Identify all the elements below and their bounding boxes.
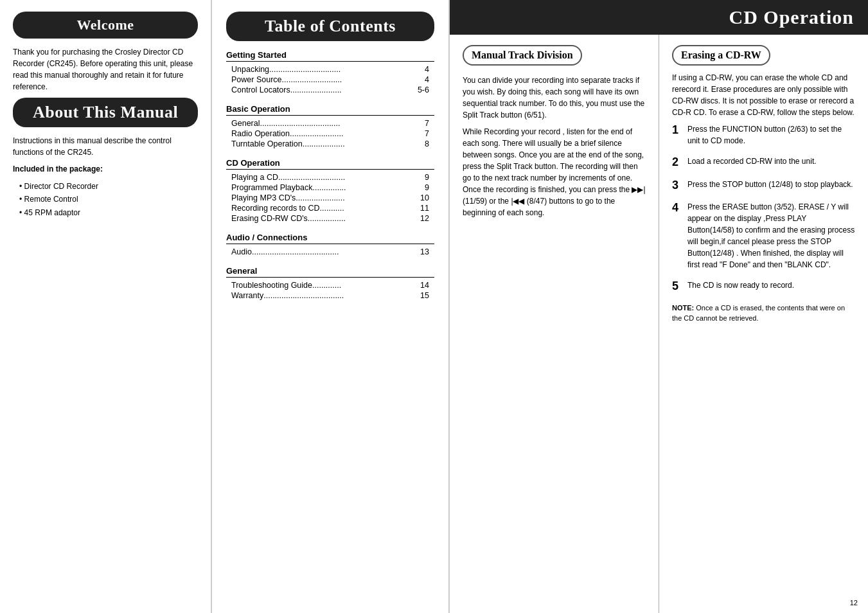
- welcome-banner: Welcome: [13, 12, 198, 39]
- toc-row-warranty: Warranty ...............................…: [226, 290, 434, 301]
- toc-page-num: 10: [416, 193, 429, 202]
- note-label: NOTE:: [672, 304, 694, 312]
- step-text-5: The CD is now ready to record.: [687, 280, 855, 294]
- included-item-1: Director CD Recorder: [19, 180, 198, 193]
- about-banner: About This Manual: [13, 98, 198, 127]
- note-content: Once a CD is erased, the contents that w…: [672, 304, 845, 323]
- toc-item-label: Control Locators: [231, 85, 290, 94]
- toc-dots: ...............: [312, 183, 416, 192]
- toc-page-num: 13: [416, 247, 429, 256]
- erasing-title: Erasing a CD-RW: [672, 45, 770, 66]
- toc-dots: ...........: [320, 204, 416, 213]
- toc-item-label: Unpacking: [231, 65, 269, 74]
- toc-page-num: 4: [416, 75, 429, 84]
- step-text-3: Press the STOP button (12/48) to stop pl…: [687, 179, 855, 193]
- toc-page-num: 14: [416, 281, 429, 290]
- toc-item-label: General: [231, 119, 260, 128]
- step-text-4: Press the ERASE button (3/52). ERASE / Y…: [687, 201, 855, 271]
- toc-dots: .............: [312, 281, 416, 290]
- left-column: Welcome Thank you for purchasing the Cro…: [0, 0, 212, 613]
- right-column: CD Operation Manual Track Division You c…: [450, 0, 868, 613]
- toc-row-troubleshooting: Troubleshooting Guide ............. 14: [226, 280, 434, 290]
- toc-page-num: 7: [416, 129, 429, 138]
- erasing-intro: If using a CD-RW, you can erase the whol…: [672, 72, 855, 118]
- included-item-2: Remote Control: [19, 193, 198, 206]
- toc-row-power-source: Power Source ...........................…: [226, 75, 434, 85]
- toc-item-label: Audio: [231, 247, 252, 256]
- toc-page-num: 8: [416, 139, 429, 148]
- toc-page-num: 12: [416, 214, 429, 223]
- page-number: 12: [850, 599, 858, 607]
- about-body-text: Instructions in this manual describe the…: [13, 135, 198, 158]
- toc-page-num: 5-6: [416, 85, 429, 94]
- included-label: Included in the package:: [13, 163, 198, 175]
- included-list: Director CD Recorder Remote Control 45 R…: [13, 180, 198, 219]
- step-num-3: 3: [672, 179, 687, 193]
- toc-page-num: 11: [416, 204, 429, 213]
- toc-row-general: General ................................…: [226, 118, 434, 129]
- toc-dots: ....................................: [260, 119, 416, 128]
- toc-dots: .......................: [290, 85, 416, 94]
- toc-dots: ........................: [290, 129, 416, 138]
- toc-dots: .......................................: [252, 247, 416, 256]
- step-5: 5 The CD is now ready to record.: [672, 280, 855, 294]
- toc-dots: ....................................: [263, 291, 416, 300]
- step-text-2: Load a recorded CD-RW into the unit.: [687, 155, 855, 170]
- toc-section-getting-started: Getting Started: [226, 50, 434, 62]
- toc-page-num: 7: [416, 119, 429, 128]
- toc-item-label: Warranty: [231, 291, 263, 300]
- toc-row-audio: Audio ..................................…: [226, 247, 434, 257]
- toc-item-label: Troubleshooting Guide: [231, 281, 312, 290]
- toc-dots: ..............................: [278, 173, 416, 182]
- toc-section-cd-operation: CD Operation: [226, 158, 434, 170]
- manual-track-section: Manual Track Division You can divide you…: [450, 35, 659, 613]
- toc-item-label: Radio Operation: [231, 129, 290, 138]
- toc-banner: Table of Contents: [226, 12, 434, 41]
- toc-item-label: Erasing CD-RW CD's: [231, 214, 308, 223]
- erasing-section: Erasing a CD-RW If using a CD-RW, you ca…: [659, 35, 868, 613]
- step-4: 4 Press the ERASE button (3/52). ERASE /…: [672, 201, 855, 271]
- toc-page-num: 9: [416, 183, 429, 192]
- step-num-5: 5: [672, 280, 687, 294]
- included-item-3: 45 RPM adaptor: [19, 206, 198, 219]
- toc-section-basic-operation: Basic Operation: [226, 104, 434, 116]
- step-2: 2 Load a recorded CD-RW into the unit.: [672, 155, 855, 170]
- step-3: 3 Press the STOP button (12/48) to stop …: [672, 179, 855, 193]
- toc-page-num: 4: [416, 65, 429, 74]
- toc-dots: .................: [308, 214, 416, 223]
- toc-column: Table of Contents Getting Started Unpack…: [212, 0, 450, 613]
- toc-row-playing-cd: Playing a CD ...........................…: [226, 172, 434, 182]
- step-1: 1 Press the FUNCTION button (2/63) to se…: [672, 123, 855, 147]
- cd-operation-banner: CD Operation: [450, 0, 868, 35]
- toc-item-label: Recording records to CD: [231, 204, 320, 213]
- toc-row-turntable-op: Turntable Operation ................... …: [226, 139, 434, 149]
- toc-dots: ...................: [303, 139, 416, 148]
- toc-page-num: 9: [416, 173, 429, 182]
- toc-row-programmed-playback: Programmed Playback ............... 9: [226, 182, 434, 193]
- toc-section-general: General: [226, 266, 434, 278]
- note-block: NOTE: Once a CD is erased, the contents …: [672, 303, 855, 324]
- toc-dots: ...........................: [282, 75, 416, 84]
- toc-row-mp3: Playing MP3 CD's ...................... …: [226, 193, 434, 203]
- toc-row-unpacking: Unpacking ..............................…: [226, 64, 434, 75]
- toc-item-label: Programmed Playback: [231, 183, 312, 192]
- toc-item-label: Playing MP3 CD's: [231, 193, 296, 202]
- toc-item-label: Playing a CD: [231, 173, 278, 182]
- toc-dots: ......................: [296, 193, 416, 202]
- step-num-2: 2: [672, 155, 687, 170]
- manual-track-body1: You can divide your recording into separ…: [463, 75, 646, 121]
- toc-section-audio: Audio / Connections: [226, 233, 434, 244]
- step-text-1: Press the FUNCTION button (2/63) to set …: [687, 123, 855, 147]
- toc-row-recording: Recording records to CD ........... 11: [226, 203, 434, 213]
- manual-track-body2: While Recording your record , listen for…: [463, 126, 646, 218]
- manual-track-title: Manual Track Division: [463, 45, 582, 66]
- step-num-1: 1: [672, 123, 687, 147]
- toc-page-num: 15: [416, 291, 429, 300]
- toc-item-label: Power Source: [231, 75, 282, 84]
- toc-item-label: Turntable Operation: [231, 139, 303, 148]
- toc-row-erasing: Erasing CD-RW CD's ................. 12: [226, 213, 434, 224]
- toc-row-radio-op: Radio Operation ........................…: [226, 129, 434, 139]
- step-num-4: 4: [672, 201, 687, 271]
- welcome-text: Thank you for purchasing the Crosley Dir…: [13, 46, 198, 93]
- toc-dots: ................................: [269, 65, 416, 74]
